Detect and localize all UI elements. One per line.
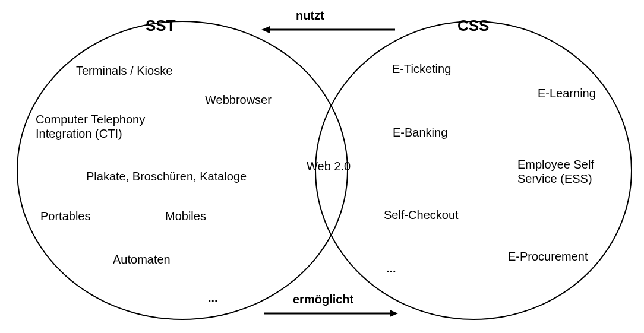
label-terminals: Terminals / Kioske [76,64,172,78]
label-automaten: Automaten [113,252,171,267]
label-eticketing: E-Ticketing [392,62,451,76]
venn-diagram: SST CSS nutzt ermöglicht Web 2.0 Termina… [0,0,644,333]
svg-marker-3 [390,310,398,317]
label-ermoeglicht: ermöglicht [293,292,353,306]
label-css-more: ... [386,261,396,275]
label-cti: Computer Telephony Integration (CTI) [36,112,154,141]
arrow-ermoeglicht [261,307,398,319]
label-ebanking: E-Banking [393,125,447,139]
label-mobiles: Mobiles [165,209,206,223]
label-eprocurement: E-Procurement [508,249,588,264]
label-nutzt: nutzt [296,8,324,23]
label-webbrowser: Webbrowser [205,93,272,107]
label-sst-more: ... [208,291,218,305]
arrow-nutzt [261,24,398,36]
label-ess: Employee Self Service (ESS) [517,157,607,186]
svg-marker-1 [261,26,270,33]
title-sst: SST [146,17,176,35]
label-elearning: E-Learning [538,86,596,100]
label-web20: Web 2.0 [307,159,351,173]
label-selfcheckout: Self-Checkout [384,208,459,222]
label-plakate: Plakate, Broschüren, Kataloge [86,169,247,183]
title-css: CSS [457,17,489,35]
label-portables: Portables [40,209,91,223]
